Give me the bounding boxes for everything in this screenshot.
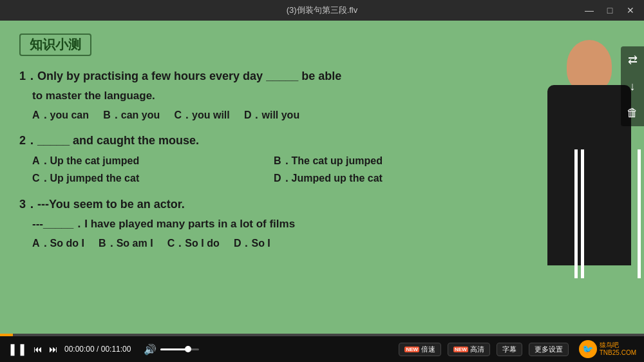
question-3-options: A．So do I B．So am I C．So I do D．So I — [32, 235, 515, 252]
pause-button[interactable]: ❚❚ — [8, 342, 27, 356]
volume-slider[interactable] — [160, 348, 199, 350]
download-icon[interactable]: ↓ — [625, 80, 640, 93]
teacher-head — [567, 40, 612, 91]
time-display: 00:00:00 / 00:11:00 — [64, 345, 131, 354]
question-3-text: 3．---You seem to be an actor. — [19, 196, 515, 213]
question-3-text2: ---_____．I have played many parts in a l… — [32, 216, 515, 233]
video-area: 知识小测 1．Only by practising a few hours ev… — [0, 21, 644, 336]
q2-option-a: A．Up the cat jumped — [32, 152, 274, 169]
delete-icon[interactable]: 🗑 — [625, 106, 640, 120]
q2-option-d: D．Jumped up the cat — [274, 169, 515, 187]
question-2: 2．_____ and caught the mouse. A．Up the c… — [19, 132, 515, 187]
minimize-button[interactable]: — — [583, 5, 595, 16]
quality-button[interactable]: NEW 高清 — [448, 343, 490, 356]
question-1-options: A．you can B．can you C．you will D．will yo… — [32, 107, 515, 124]
window-title: (3)倒装句第三段.flv — [287, 5, 358, 16]
question-1-text2: to master the language. — [32, 88, 515, 104]
q2-option-c: C．Up jumped the cat — [32, 169, 274, 187]
next-button[interactable]: ⏭ — [49, 344, 58, 354]
window-controls: — □ ✕ — [583, 5, 636, 16]
side-icons-panel: ⇄ ↓ 🗑 — [621, 46, 644, 126]
logo-area: 🐦 猿鸟吧 TNB25.COM — [579, 340, 636, 358]
maximize-button[interactable]: □ — [604, 5, 616, 16]
prev-button[interactable]: ⏮ — [33, 344, 43, 354]
teacher-body — [547, 85, 631, 265]
subtitle-button[interactable]: 字幕 — [497, 343, 522, 356]
question-2-options: A．Up the cat jumped B．The cat up jumped … — [32, 152, 515, 187]
volume-icon[interactable]: 🔊 — [144, 343, 156, 356]
knowledge-badge: 知识小测 — [19, 33, 91, 56]
volume-area: 🔊 — [144, 343, 199, 356]
q2-option-b: B．The cat up jumped — [274, 152, 515, 169]
board-content: 知识小测 1．Only by practising a few hours ev… — [19, 33, 515, 330]
question-3: 3．---You seem to be an actor. ---_____．I… — [19, 196, 515, 251]
controls-bar: ❚❚ ⏮ ⏭ 00:00:00 / 00:11:00 🔊 NEW 倍速 NEW … — [0, 336, 644, 362]
question-1-text: 1．Only by practising a few hours every d… — [19, 68, 515, 85]
share-icon[interactable]: ⇄ — [625, 53, 640, 67]
title-bar: (3)倒装句第三段.flv — □ ✕ — [0, 0, 644, 21]
close-button[interactable]: ✕ — [625, 5, 636, 16]
question-1: 1．Only by practising a few hours every d… — [19, 68, 515, 123]
more-settings-button[interactable]: 更多设置 — [529, 343, 569, 356]
logo-text: 猿鸟吧 TNB25.COM — [600, 341, 636, 357]
logo-bird-icon: 🐦 — [579, 340, 597, 358]
speed-button[interactable]: NEW 倍速 — [399, 343, 441, 356]
question-2-text: 2．_____ and caught the mouse. — [19, 132, 515, 149]
